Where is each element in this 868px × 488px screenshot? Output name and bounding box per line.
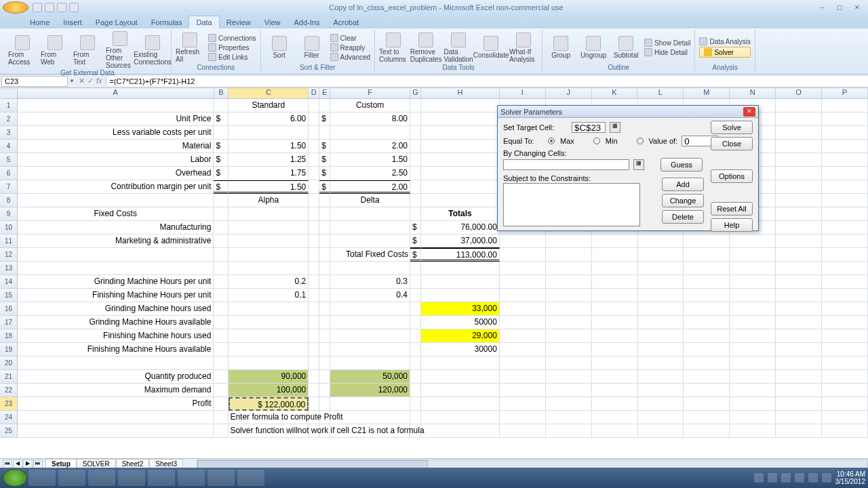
what-if-button[interactable]: What-If Analysis — [509, 33, 538, 63]
cell-empty[interactable] — [592, 397, 638, 411]
cell-E6[interactable]: $ — [319, 167, 330, 180]
reapply-button[interactable]: Reapply — [330, 43, 370, 52]
task-item[interactable] — [28, 470, 56, 486]
cell-B10[interactable] — [214, 221, 229, 235]
cell-empty[interactable] — [684, 289, 730, 302]
col-header-C[interactable]: C — [229, 88, 309, 98]
cell-H2[interactable] — [421, 113, 500, 126]
row-header[interactable]: 1 — [0, 99, 18, 113]
task-item[interactable] — [118, 470, 145, 486]
row-header[interactable]: 15 — [0, 289, 18, 302]
cell-C1[interactable]: Standard — [229, 99, 309, 113]
cell-empty[interactable] — [592, 316, 638, 329]
task-item[interactable] — [178, 470, 205, 486]
cell-B18[interactable] — [214, 329, 229, 343]
cell-empty[interactable] — [776, 180, 822, 194]
cell-G6[interactable] — [410, 167, 421, 180]
cell-C10[interactable] — [229, 221, 309, 235]
cell-empty[interactable] — [822, 302, 868, 316]
cell-D21[interactable] — [309, 370, 319, 384]
cell-E5[interactable]: $ — [319, 153, 330, 167]
cell-F19[interactable] — [330, 343, 410, 357]
col-header-M[interactable]: M — [684, 88, 730, 98]
help-button[interactable]: Help — [711, 218, 753, 232]
tab-formulas[interactable]: Formulas — [144, 16, 189, 28]
task-item[interactable] — [88, 470, 115, 486]
edit-links-button[interactable]: Edit Links — [208, 53, 256, 61]
cell-B22[interactable] — [214, 384, 229, 397]
enter-formula-icon[interactable]: ✓ — [87, 77, 94, 85]
cell-empty[interactable] — [730, 370, 776, 384]
cell-B8[interactable] — [214, 194, 229, 207]
cell-H12[interactable]: 113,000.00 — [421, 248, 500, 262]
row-header[interactable]: 24 — [0, 411, 18, 424]
cell-E21[interactable] — [319, 370, 330, 384]
cell-empty[interactable] — [776, 167, 822, 180]
cell-empty[interactable] — [638, 357, 684, 370]
cell-C15[interactable]: 0.1 — [229, 289, 309, 302]
cell-B6[interactable]: $ — [214, 167, 229, 180]
cell-empty[interactable] — [684, 384, 730, 397]
row-header[interactable]: 12 — [0, 248, 18, 262]
cell-B21[interactable] — [214, 370, 229, 384]
redo-icon[interactable] — [57, 3, 66, 12]
cell-empty[interactable] — [822, 167, 868, 180]
clear-button[interactable]: Clear — [330, 34, 370, 42]
cell-H23[interactable] — [421, 397, 500, 411]
cell-empty[interactable] — [546, 302, 592, 316]
row-header[interactable]: 8 — [0, 194, 18, 207]
cell-G10[interactable]: $ — [410, 221, 421, 235]
cell-empty[interactable] — [684, 302, 730, 316]
cell-E23[interactable] — [319, 397, 330, 411]
cell-D20[interactable] — [309, 357, 319, 370]
name-box[interactable]: C23 — [1, 76, 68, 87]
row-header[interactable]: 19 — [0, 343, 18, 357]
cell-empty[interactable] — [638, 329, 684, 343]
cell-empty[interactable] — [822, 357, 868, 370]
cell-empty[interactable] — [500, 397, 546, 411]
cell-D18[interactable] — [309, 329, 319, 343]
cell-B24[interactable] — [214, 411, 229, 424]
cell-E8[interactable] — [319, 194, 330, 207]
cell-H4[interactable] — [421, 140, 500, 153]
cell-empty[interactable] — [546, 411, 592, 424]
cell-B20[interactable] — [214, 357, 229, 370]
cell-empty[interactable] — [776, 248, 822, 262]
ungroup-button[interactable]: Ungroup — [579, 36, 608, 59]
cell-empty[interactable] — [730, 329, 776, 343]
cell-B5[interactable]: $ — [214, 153, 229, 167]
cell-empty[interactable] — [592, 411, 638, 424]
cell-empty[interactable] — [684, 424, 730, 438]
from-text-button[interactable]: From Text — [73, 35, 102, 66]
cell-empty[interactable] — [500, 411, 546, 424]
cell-D3[interactable] — [309, 126, 319, 140]
tab-review[interactable]: Review — [220, 16, 258, 28]
cell-G13[interactable] — [410, 262, 421, 275]
cell-H5[interactable] — [421, 153, 500, 167]
cell-empty[interactable] — [776, 194, 822, 207]
cell-empty[interactable] — [776, 384, 822, 397]
cell-G7[interactable] — [410, 180, 421, 194]
constraints-listbox[interactable] — [503, 183, 640, 226]
cell-A25[interactable] — [18, 424, 214, 438]
tab-addins[interactable]: Add-Ins — [287, 16, 326, 28]
cell-empty[interactable] — [776, 275, 822, 289]
cell-C11[interactable] — [229, 235, 309, 248]
cell-empty[interactable] — [776, 329, 822, 343]
tray-icon[interactable] — [808, 473, 818, 483]
connections-button[interactable]: Connections — [208, 34, 256, 42]
cell-empty[interactable] — [730, 275, 776, 289]
cell-E16[interactable] — [319, 302, 330, 316]
row-header[interactable]: 13 — [0, 262, 18, 275]
cell-B23[interactable] — [214, 397, 229, 411]
cell-empty[interactable] — [822, 194, 868, 207]
cell-B13[interactable] — [214, 262, 229, 275]
tab-insert[interactable]: Insert — [56, 16, 89, 28]
cell-A2[interactable]: Unit Price — [18, 113, 214, 126]
cell-empty[interactable] — [822, 384, 868, 397]
cell-D14[interactable] — [309, 275, 319, 289]
cell-F17[interactable] — [330, 316, 410, 329]
solve-button[interactable]: Solve — [711, 121, 753, 134]
cell-C7[interactable]: 1.50 — [229, 180, 309, 194]
hide-detail-button[interactable]: Hide Detail — [644, 48, 690, 56]
